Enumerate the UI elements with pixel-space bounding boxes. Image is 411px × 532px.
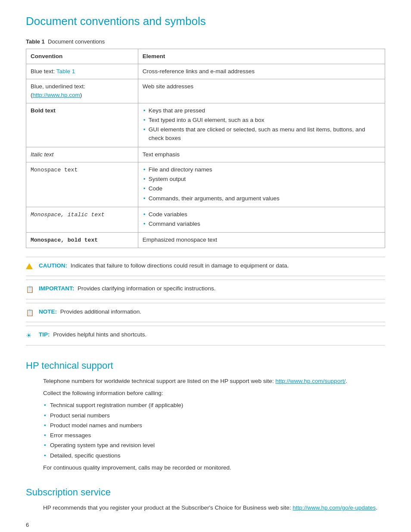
list-item: Text typed into a GUI element, such as a…: [143, 116, 380, 124]
caution-description: Indicates that failure to follow directi…: [71, 262, 289, 269]
caution-icon: [26, 262, 35, 272]
monospace-text-label: Monospace text: [31, 167, 78, 173]
hp-support-link[interactable]: http://www.hp.com/support/: [275, 378, 346, 384]
col-header-element: Element: [138, 49, 385, 64]
note-text: NOTE: Provides additional information.: [39, 308, 141, 316]
list-item: Detailed, specific questions: [43, 451, 385, 460]
table1-link[interactable]: Table 1: [56, 68, 75, 75]
monospace-bold-label: Monospace, bold text: [31, 237, 98, 243]
important-description: Provides clarifying information or speci…: [78, 285, 215, 292]
subscription-text: HP recommends that you register your pro…: [43, 504, 385, 512]
convention-cell: Monospace text: [26, 162, 138, 207]
monospace-italic-label: Monospace, italic text: [31, 212, 105, 218]
table-row: Monospace, bold text Emphasized monospac…: [26, 233, 385, 248]
element-cell: Text emphasis: [138, 147, 385, 162]
tip-label: TIP:: [39, 331, 50, 338]
subscription-intro: HP recommends that you register your pro…: [43, 504, 293, 511]
list-item: System output: [143, 175, 380, 184]
list-item: Operating system type and revision level: [43, 441, 385, 450]
list-item: Product model names and numbers: [43, 421, 385, 430]
caution-label: CAUTION:: [39, 262, 67, 269]
convention-cell: Blue, underlined text: (http://www.hp.co…: [26, 79, 138, 103]
convention-cell: Blue text: Table 1: [26, 64, 138, 79]
table-row: Monospace text File and directory names …: [26, 162, 385, 207]
note-label: NOTE:: [39, 308, 57, 315]
important-block: 📋 IMPORTANT: Provides clarifying informa…: [26, 280, 385, 299]
hp-support-list: Technical support registration number (i…: [43, 401, 385, 460]
italic-text-label: Italic text: [31, 151, 53, 158]
caution-text: CAUTION: Indicates that failure to follo…: [39, 261, 289, 270]
list-item: Error messages: [43, 431, 385, 440]
subscription-body: HP recommends that you register your pro…: [26, 504, 385, 512]
table-caption: Table 1 Document conventions: [26, 37, 385, 46]
list-item: GUI elements that are clicked or selecte…: [143, 125, 380, 143]
list-item: Product serial numbers: [43, 411, 385, 420]
tip-description: Provides helpful hints and shortcuts.: [53, 331, 146, 338]
list-item: Code variables: [143, 210, 380, 219]
important-text: IMPORTANT: Provides clarifying informati…: [39, 284, 215, 293]
subscription-link[interactable]: http://www.hp.com/go/e-updates: [293, 504, 376, 511]
hp-support-title: HP technical support: [26, 358, 385, 373]
important-label: IMPORTANT:: [39, 285, 74, 292]
table-row: Italic text Text emphasis: [26, 147, 385, 162]
table-row: Monospace, italic text Code variables Co…: [26, 207, 385, 233]
note-icon: 📋: [26, 308, 35, 318]
hp-url-link[interactable]: http://www.hp.com: [33, 92, 80, 98]
list-item: File and directory names: [143, 165, 380, 174]
note-description: Provides additional information.: [60, 308, 141, 315]
tip-icon: ☀: [26, 331, 35, 341]
table-caption-prefix: Table 1: [26, 38, 45, 45]
col-header-convention: Convention: [26, 49, 138, 64]
subscription-title: Subscription service: [26, 485, 385, 499]
element-cell: Cross-reference links and e-mail address…: [138, 64, 385, 79]
hp-support-intro: Telephone numbers for worldwide technica…: [43, 377, 385, 386]
page-number: 6: [26, 521, 385, 529]
hp-support-footer: For continuous quality improvement, call…: [43, 464, 385, 472]
element-cell: Web site addresses: [138, 79, 385, 103]
table-row: Blue, underlined text: (http://www.hp.co…: [26, 79, 385, 103]
table-caption-text: Document conventions: [48, 38, 105, 45]
convention-cell: Monospace, italic text: [26, 207, 138, 233]
list-item: Technical support registration number (i…: [43, 401, 385, 410]
element-cell: Code variables Command variables: [138, 207, 385, 233]
convention-cell: Monospace, bold text: [26, 233, 138, 248]
hp-support-collect-text: Collect the following information before…: [43, 389, 385, 398]
tip-block: ☀ TIP: Provides helpful hints and shortc…: [26, 326, 385, 345]
table-row: Bold text Keys that are pressed Text typ…: [26, 103, 385, 147]
element-cell: File and directory names System output C…: [138, 162, 385, 207]
caution-triangle-icon: [26, 263, 33, 269]
element-cell: Emphasized monospace text: [138, 233, 385, 248]
list-item: Code: [143, 184, 380, 193]
convention-cell: Bold text: [26, 103, 138, 147]
note-block: 📋 NOTE: Provides additional information.: [26, 303, 385, 323]
convention-cell: Italic text: [26, 147, 138, 162]
table-row: Blue text: Table 1 Cross-reference links…: [26, 64, 385, 79]
bold-text-label: Bold text: [31, 107, 56, 114]
list-item: Keys that are pressed: [143, 106, 380, 115]
important-icon: 📋: [26, 285, 35, 295]
tip-text: TIP: Provides helpful hints and shortcut…: [39, 330, 146, 339]
list-item: Command variables: [143, 220, 380, 228]
list-item: Commands, their arguments, and argument …: [143, 194, 380, 203]
hp-support-intro-text: Telephone numbers for worldwide technica…: [43, 378, 275, 384]
hp-support-body: Telephone numbers for worldwide technica…: [26, 377, 385, 472]
element-cell: Keys that are pressed Text typed into a …: [138, 103, 385, 147]
page-title: Document conventions and symbols: [26, 13, 385, 30]
conventions-table: Convention Element Blue text: Table 1 Cr…: [26, 49, 385, 248]
caution-block: CAUTION: Indicates that failure to follo…: [26, 257, 385, 277]
